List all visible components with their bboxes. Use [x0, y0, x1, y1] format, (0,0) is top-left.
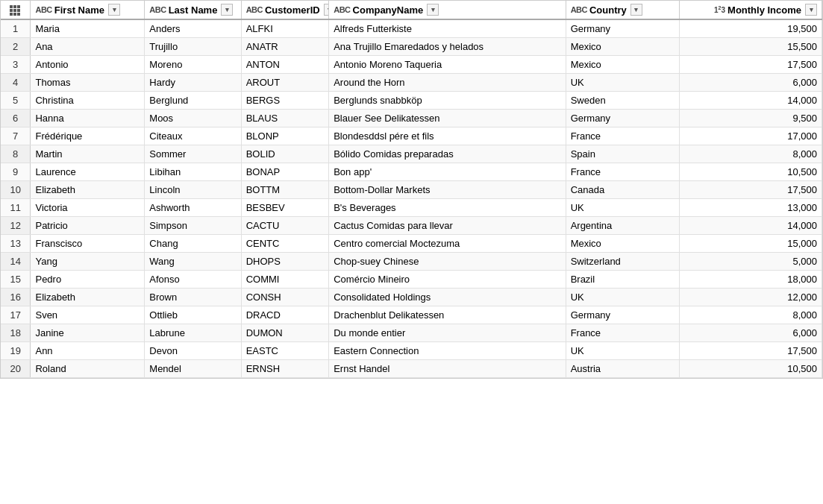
- cell-firstname: Christina: [31, 92, 145, 110]
- filter-dropdown-companyname[interactable]: ▾: [427, 4, 439, 16]
- filter-dropdown-country[interactable]: ▾: [630, 4, 642, 16]
- cell-companyname: Bólido Comidas preparadas: [329, 145, 566, 163]
- cell-lastname: Berglund: [145, 92, 241, 110]
- col-header-monthlyincome[interactable]: 123 Monthly Income ▾: [680, 1, 822, 19]
- cell-rownum: 7: [1, 127, 31, 145]
- table-row: 20 Roland Mendel ERNSH Ernst Handel Aust…: [1, 360, 822, 378]
- cell-monthlyincome: 13,000: [680, 199, 822, 217]
- cell-country: UK: [566, 342, 680, 360]
- cell-lastname: Chang: [145, 235, 241, 253]
- cell-lastname: Brown: [145, 289, 241, 306]
- cell-customerid: AROUT: [241, 74, 329, 92]
- cell-rownum: 6: [1, 110, 31, 127]
- cell-companyname: Ana Trujillo Emaredados y helados: [329, 38, 566, 56]
- cell-companyname: Berglunds snabbköp: [329, 92, 566, 110]
- cell-companyname: Alfreds Futterkiste: [329, 19, 566, 38]
- cell-firstname: Ana: [31, 38, 145, 56]
- cell-country: Spain: [566, 145, 680, 163]
- col-header-lastname[interactable]: ABC Last Name ▾: [145, 1, 241, 19]
- cell-lastname: Simpson: [145, 217, 241, 235]
- cell-firstname: Thomas: [31, 74, 145, 92]
- cell-firstname: Frédérique: [31, 127, 145, 145]
- cell-monthlyincome: 14,000: [680, 217, 822, 235]
- cell-customerid: ANATR: [241, 38, 329, 56]
- cell-monthlyincome: 10,500: [680, 163, 822, 181]
- table-row: 17 Sven Ottlieb DRACD Drachenblut Delika…: [1, 306, 822, 324]
- table-row: 11 Victoria Ashworth BESBEV B's Beverage…: [1, 199, 822, 217]
- cell-customerid: CENTC: [241, 235, 329, 253]
- cell-rownum: 17: [1, 306, 31, 324]
- cell-companyname: Drachenblut Delikatessen: [329, 306, 566, 324]
- table-row: 1 Maria Anders ALFKI Alfreds Futterkiste…: [1, 19, 822, 38]
- cell-firstname: Roland: [31, 360, 145, 378]
- cell-customerid: DUMON: [241, 324, 329, 342]
- col-header-rownum: [1, 1, 31, 19]
- table-header-row: ABC First Name ▾ ABC Last Name ▾ ABC: [1, 1, 822, 19]
- cell-monthlyincome: 8,000: [680, 145, 822, 163]
- col-label-monthlyincome: Monthly Income: [727, 4, 801, 16]
- cell-firstname: Pedro: [31, 271, 145, 289]
- cell-customerid: BLAUS: [241, 110, 329, 127]
- cell-rownum: 1: [1, 19, 31, 38]
- table-row: 8 Martin Sommer BOLID Bólido Comidas pre…: [1, 145, 822, 163]
- cell-monthlyincome: 12,000: [680, 289, 822, 306]
- abc-type-icon-2: ABC: [149, 5, 166, 14]
- table-row: 4 Thomas Hardy AROUT Around the Horn UK …: [1, 74, 822, 92]
- cell-lastname: Moos: [145, 110, 241, 127]
- cell-rownum: 8: [1, 145, 31, 163]
- cell-lastname: Mendel: [145, 360, 241, 378]
- cell-rownum: 15: [1, 271, 31, 289]
- cell-companyname: Comércio Mineiro: [329, 271, 566, 289]
- table-row: 18 Janine Labrune DUMON Du monde entier …: [1, 324, 822, 342]
- data-table: ABC First Name ▾ ABC Last Name ▾ ABC: [0, 0, 823, 379]
- cell-lastname: Labrune: [145, 324, 241, 342]
- cell-customerid: CONSH: [241, 289, 329, 306]
- cell-monthlyincome: 6,000: [680, 74, 822, 92]
- abc-type-icon-3: ABC: [246, 5, 263, 14]
- col-label-country: Country: [589, 4, 627, 16]
- cell-customerid: EASTC: [241, 342, 329, 360]
- cell-country: Switzerland: [566, 253, 680, 271]
- cell-country: France: [566, 163, 680, 181]
- table-row: 9 Laurence Libihan BONAP Bon app' France…: [1, 163, 822, 181]
- cell-companyname: Centro comercial Moctezuma: [329, 235, 566, 253]
- cell-firstname: Elizabeth: [31, 181, 145, 199]
- cell-firstname: Ann: [31, 342, 145, 360]
- cell-customerid: ERNSH: [241, 360, 329, 378]
- cell-country: UK: [566, 199, 680, 217]
- cell-lastname: Moreno: [145, 56, 241, 74]
- filter-dropdown-lastname[interactable]: ▾: [221, 4, 233, 16]
- cell-rownum: 9: [1, 163, 31, 181]
- col-header-companyname[interactable]: ABC CompanyName ▾: [329, 1, 566, 19]
- cell-firstname: Maria: [31, 19, 145, 38]
- table-row: 15 Pedro Afonso COMMI Comércio Mineiro B…: [1, 271, 822, 289]
- filter-dropdown-firstname[interactable]: ▾: [108, 4, 120, 16]
- cell-companyname: Bon app': [329, 163, 566, 181]
- filter-dropdown-monthlyincome[interactable]: ▾: [805, 4, 817, 16]
- cell-monthlyincome: 19,500: [680, 19, 822, 38]
- filter-dropdown-customerid[interactable]: ▾: [324, 4, 329, 16]
- cell-customerid: CACTU: [241, 217, 329, 235]
- cell-lastname: Wang: [145, 253, 241, 271]
- col-header-firstname[interactable]: ABC First Name ▾: [31, 1, 145, 19]
- cell-country: Brazil: [566, 271, 680, 289]
- cell-country: UK: [566, 74, 680, 92]
- table-row: 2 Ana Trujillo ANATR Ana Trujillo Emared…: [1, 38, 822, 56]
- cell-lastname: Devon: [145, 342, 241, 360]
- cell-customerid: BERGS: [241, 92, 329, 110]
- cell-firstname: Patricio: [31, 217, 145, 235]
- cell-firstname: Yang: [31, 253, 145, 271]
- cell-monthlyincome: 17,500: [680, 56, 822, 74]
- abc-type-icon-5: ABC: [571, 5, 587, 14]
- cell-companyname: Antonio Moreno Taqueria: [329, 56, 566, 74]
- cell-lastname: Lincoln: [145, 181, 241, 199]
- col-header-country[interactable]: ABC Country ▾: [566, 1, 680, 19]
- cell-monthlyincome: 15,000: [680, 235, 822, 253]
- cell-companyname: Blondesddsl pére et fils: [329, 127, 566, 145]
- col-header-customerid[interactable]: ABC CustomerID ▾: [241, 1, 329, 19]
- table-row: 6 Hanna Moos BLAUS Blauer See Delikatess…: [1, 110, 822, 127]
- cell-country: Germany: [566, 110, 680, 127]
- table-row: 5 Christina Berglund BERGS Berglunds sna…: [1, 92, 822, 110]
- cell-lastname: Trujillo: [145, 38, 241, 56]
- col-label-firstname: First Name: [54, 4, 104, 16]
